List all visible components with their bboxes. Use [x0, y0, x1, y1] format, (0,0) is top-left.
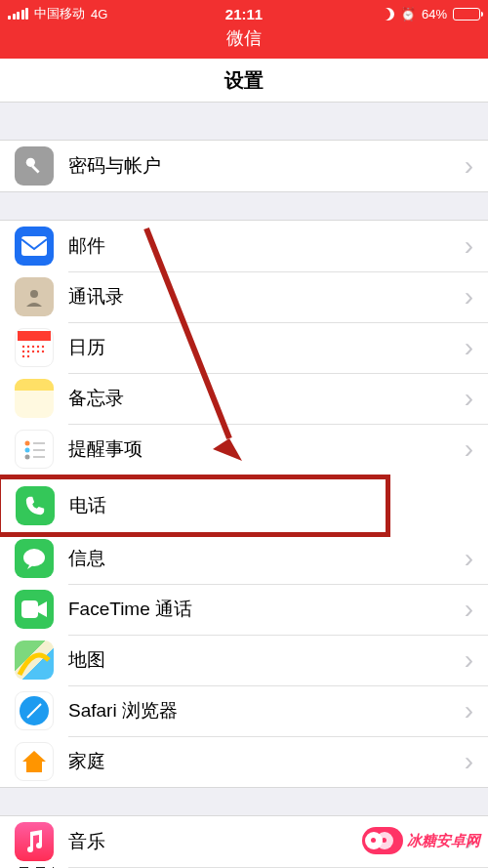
- svg-rect-22: [33, 449, 45, 451]
- row-label: 地图: [68, 647, 465, 673]
- row-label: 家庭: [68, 749, 465, 774]
- svg-point-6: [22, 346, 24, 348]
- battery-icon: [453, 8, 480, 21]
- settings-row-notes[interactable]: 备忘录 ›: [0, 373, 488, 424]
- chevron-right-icon: ›: [465, 334, 473, 361]
- svg-point-17: [27, 355, 29, 357]
- carrier-label: 中国移动: [34, 5, 85, 22]
- chevron-right-icon: ›: [465, 435, 473, 463]
- settings-row-facetime[interactable]: FaceTime 通话 ›: [0, 584, 488, 635]
- notes-icon: [15, 379, 54, 418]
- chevron-right-icon: ›: [465, 152, 473, 180]
- annotation-highlight-box: 电话: [0, 475, 390, 537]
- svg-point-11: [22, 351, 24, 352]
- do-not-disturb-icon: [382, 8, 394, 21]
- app-nav-title: 微信: [0, 27, 488, 59]
- settings-group-accounts: 密码与帐户 ›: [0, 140, 488, 192]
- svg-point-24: [23, 549, 45, 566]
- svg-rect-2: [21, 236, 47, 256]
- chevron-right-icon: ›: [465, 646, 473, 674]
- calendar-icon: [15, 328, 54, 367]
- messages-icon: [15, 539, 54, 578]
- svg-point-7: [27, 346, 29, 348]
- watermark-text: 冰糖安卓网: [407, 832, 480, 850]
- svg-rect-1: [31, 165, 39, 173]
- settings-row-reminders[interactable]: 提醒事项 ›: [0, 424, 488, 475]
- svg-point-10: [42, 346, 44, 348]
- chevron-right-icon: ›: [465, 385, 473, 412]
- row-label: 提醒事项: [68, 436, 465, 462]
- phone-icon: [16, 486, 55, 525]
- svg-point-12: [27, 351, 29, 352]
- svg-point-3: [30, 290, 38, 298]
- settings-row-safari[interactable]: Safari 浏览器 ›: [0, 685, 488, 736]
- svg-point-18: [25, 441, 30, 446]
- maps-icon: [15, 641, 54, 680]
- svg-rect-23: [33, 456, 45, 458]
- settings-group-apps: 邮件 › 通讯录 › 日历 › 备忘录 › 提醒事项 › 电话: [0, 220, 488, 788]
- key-icon: [15, 146, 54, 186]
- row-label: Safari 浏览器: [68, 698, 465, 723]
- settings-row-contacts[interactable]: 通讯录 ›: [0, 271, 488, 322]
- home-icon: [15, 742, 54, 781]
- mail-icon: [15, 227, 54, 266]
- watermark-icon: [362, 827, 403, 854]
- alarm-icon: ⏰: [400, 7, 416, 21]
- svg-rect-5: [18, 341, 51, 364]
- svg-point-14: [37, 351, 39, 352]
- svg-point-13: [32, 351, 34, 352]
- svg-rect-4: [18, 331, 51, 341]
- clock: 21:11: [225, 6, 263, 22]
- settings-row-messages[interactable]: 信息 ›: [0, 533, 488, 584]
- settings-row-home[interactable]: 家庭 ›: [0, 736, 488, 787]
- svg-rect-21: [33, 442, 45, 444]
- battery-percent: 64%: [422, 7, 447, 21]
- network-label: 4G: [91, 7, 107, 21]
- row-label: FaceTime 通话: [68, 597, 465, 622]
- svg-point-9: [37, 346, 39, 348]
- svg-point-16: [22, 355, 24, 357]
- row-label: 邮件: [68, 233, 465, 259]
- settings-row-maps[interactable]: 地图 ›: [0, 635, 488, 685]
- facetime-icon: [15, 590, 54, 629]
- svg-point-8: [32, 346, 34, 348]
- settings-row-calendar[interactable]: 日历 ›: [0, 322, 488, 373]
- svg-point-15: [42, 351, 44, 352]
- music-icon: [15, 822, 54, 861]
- status-bar: 中国移动 4G 21:11 ⏰ 64%: [0, 0, 488, 27]
- row-label: 信息: [68, 546, 465, 571]
- watermark: 冰糖安卓网: [362, 827, 480, 854]
- reminders-icon: [15, 430, 54, 469]
- row-label: 密码与帐户: [68, 153, 465, 179]
- chevron-right-icon: ›: [465, 748, 473, 775]
- svg-rect-25: [21, 600, 38, 618]
- row-label: 电话: [69, 493, 371, 518]
- row-label: 备忘录: [68, 386, 465, 411]
- settings-row-phone[interactable]: 电话: [1, 479, 386, 532]
- settings-row-passwords[interactable]: 密码与帐户 ›: [0, 141, 488, 191]
- settings-row-mail[interactable]: 邮件 ›: [0, 221, 488, 271]
- signal-icon: [8, 8, 28, 20]
- page-title: 设置: [0, 59, 488, 103]
- chevron-right-icon: ›: [465, 232, 473, 260]
- chevron-right-icon: ›: [465, 697, 473, 724]
- svg-point-19: [25, 448, 30, 453]
- row-label: 通讯录: [68, 284, 465, 310]
- row-label: 日历: [68, 335, 465, 360]
- chevron-right-icon: ›: [465, 545, 473, 572]
- chevron-right-icon: ›: [465, 596, 473, 623]
- safari-icon: [15, 691, 54, 730]
- chevron-right-icon: ›: [465, 283, 473, 310]
- contacts-icon: [15, 277, 54, 316]
- svg-point-20: [25, 455, 30, 460]
